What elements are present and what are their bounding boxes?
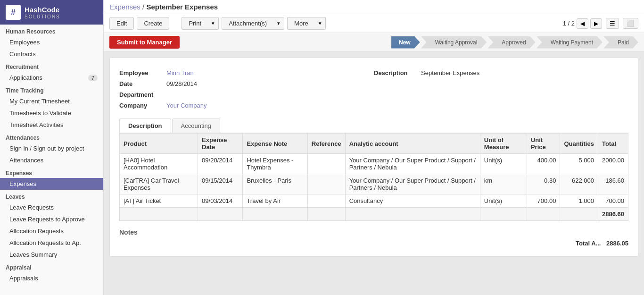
sidebar: # HashCode SOLUTIONS Human ResourcesEmpl… <box>0 0 104 295</box>
breadcrumb: Expenses / September Expenses <box>109 3 218 11</box>
table-cell: 2000.00 <box>598 154 628 174</box>
more-dropdown[interactable]: ▾ <box>315 17 326 30</box>
table-cell: Unit(s) <box>480 194 527 208</box>
top-bar: Expenses / September Expenses <box>104 0 644 14</box>
table-cell <box>307 154 345 174</box>
sidebar-badge: 7 <box>88 75 98 81</box>
table-cell: Your Company / Our Super Product / Suppo… <box>345 154 480 174</box>
logo: # HashCode SOLUTIONS <box>0 0 103 25</box>
workflow-step-approved[interactable]: Approved <box>487 36 535 49</box>
department-label: Department <box>119 91 166 98</box>
sidebar-item-my-current-timesheet[interactable]: My Current Timesheet <box>0 95 103 107</box>
sidebar-item-label: My Current Timesheet <box>9 98 70 105</box>
toolbar-right: 1 / 2 ◀ ▶ ☰ ⬜ <box>563 18 638 29</box>
company-value[interactable]: Your Company <box>166 102 207 109</box>
next-page-button[interactable]: ▶ <box>590 18 602 29</box>
sidebar-section-header: Time Tracking <box>0 84 103 95</box>
sidebar-item-label: Sign in / Sign out by project <box>9 145 84 152</box>
table-cell: km <box>480 174 527 194</box>
sidebar-item-label: Attendances <box>9 157 43 164</box>
sidebar-item-leaves-summary[interactable]: Leaves Summary <box>0 249 103 261</box>
sidebar-item-expenses[interactable]: Expenses <box>0 178 103 190</box>
sidebar-section-header: Recruitment <box>0 60 103 72</box>
edit-button[interactable]: Edit <box>109 17 134 30</box>
table-cell: 1.000 <box>560 194 598 208</box>
workflow-step-new[interactable]: New <box>391 36 420 49</box>
sidebar-section-header: Attendances <box>0 131 103 143</box>
table-cell: 700.00 <box>598 194 628 208</box>
attachments-dropdown[interactable]: ▾ <box>273 17 284 30</box>
sidebar-item-contracts[interactable]: Contracts <box>0 48 103 60</box>
company-label: Company <box>119 102 166 109</box>
logo-name: HashCode <box>25 6 60 14</box>
sidebar-item-appraisals[interactable]: Appraisals <box>0 272 103 284</box>
sidebar-item-timesheet-activities[interactable]: Timesheet Activities <box>0 119 103 131</box>
sidebar-item-label: Contracts <box>9 51 36 58</box>
sidebar-item-employees[interactable]: Employees <box>0 36 103 48</box>
sidebar-item-timesheets-to-validate[interactable]: Timesheets to Validate <box>0 107 103 119</box>
workflow-step-waiting-payment[interactable]: Waiting Payment <box>537 36 603 49</box>
sidebar-section-header: Expenses <box>0 166 103 178</box>
create-button[interactable]: Create <box>137 17 169 30</box>
table-header: Expense Date <box>198 134 243 154</box>
sidebar-item-applications[interactable]: Applications7 <box>0 72 103 84</box>
prev-page-button[interactable]: ◀ <box>577 18 588 29</box>
description-row: Description September Expenses <box>374 67 628 78</box>
form-fields: Employee Minh Tran Date 09/28/2014 Depar… <box>119 67 628 111</box>
sidebar-item-label: Allocation Requests <box>9 228 64 235</box>
table-cell: 186.60 <box>598 174 628 194</box>
breadcrumb-parent[interactable]: Expenses <box>109 3 140 11</box>
table-cell: 700.00 <box>527 194 560 208</box>
logo-sub: SOLUTIONS <box>25 14 60 19</box>
sidebar-item-label: Employees <box>9 39 40 46</box>
sidebar-item-allocation-requests[interactable]: Allocation Requests <box>0 225 103 237</box>
date-row: Date 09/28/2014 <box>119 78 374 89</box>
total-label: Total A... <box>576 240 601 247</box>
sidebar-item-label: Timesheet Activities <box>9 121 63 128</box>
expense-card: Employee Minh Tran Date 09/28/2014 Depar… <box>109 58 638 257</box>
table-cell: Travel by Air <box>243 194 307 208</box>
list-view-button[interactable]: ☰ <box>606 18 619 29</box>
sidebar-item-label: Timesheets to Validate <box>9 110 71 117</box>
sidebar-item-label: Leave Requests <box>9 204 54 211</box>
table-header: Product <box>120 134 198 154</box>
attachments-group: Attachment(s) ▾ <box>222 17 284 30</box>
sidebar-item-label: Applications <box>9 74 42 81</box>
print-group: Print ▾ <box>182 17 219 30</box>
attachments-button[interactable]: Attachment(s) <box>222 17 273 30</box>
sidebar-item-sign-in--sign-out-by-project[interactable]: Sign in / Sign out by project <box>0 143 103 154</box>
print-button[interactable]: Print <box>182 17 208 30</box>
tab-accounting[interactable]: Accounting <box>172 118 220 133</box>
description-value: September Expenses <box>421 69 479 76</box>
tab-description[interactable]: Description <box>119 118 171 133</box>
sidebar-item-label: Leaves Summary <box>9 251 57 258</box>
sidebar-item-leave-requests-to-approve[interactable]: Leave Requests to Approve <box>0 213 103 225</box>
breadcrumb-sep: / <box>142 3 144 11</box>
table-header: Unit of Measure <box>480 134 527 154</box>
sidebar-item-label: Allocation Requests to Ap. <box>9 239 81 246</box>
table-row: [CarTRA] Car Travel Expenses09/15/2014Br… <box>120 174 628 194</box>
table-cell: 400.00 <box>527 154 560 174</box>
workflow-step-waiting-approval[interactable]: Waiting Approval <box>421 36 487 49</box>
more-button[interactable]: More <box>287 17 315 30</box>
sidebar-section-header: Human Resources <box>0 25 103 36</box>
employee-value[interactable]: Minh Tran <box>166 69 194 76</box>
submit-to-manager-button[interactable]: Submit to Manager <box>109 36 180 49</box>
sidebar-item-leave-requests[interactable]: Leave Requests <box>0 202 103 213</box>
table-cell: 09/20/2014 <box>198 154 243 174</box>
sidebar-item-allocation-requests-to-ap[interactable]: Allocation Requests to Ap. <box>0 237 103 249</box>
table-cell: Hotel Expenses - Thymbra <box>243 154 307 174</box>
subtotal-cell <box>120 208 198 221</box>
workflow-step-paid[interactable]: Paid <box>603 36 638 49</box>
subtotal-cell <box>345 208 480 221</box>
table-cell: [AT] Air Ticket <box>120 194 198 208</box>
table-cell <box>307 194 345 208</box>
table-header: Total <box>598 134 628 154</box>
main-content: Expenses / September Expenses Edit Creat… <box>104 0 644 295</box>
table-cell: 0.30 <box>527 174 560 194</box>
form-view-button[interactable]: ⬜ <box>623 18 638 29</box>
print-dropdown[interactable]: ▾ <box>208 17 219 30</box>
sidebar-item-attendances[interactable]: Attendances <box>0 154 103 166</box>
table-cell: [CarTRA] Car Travel Expenses <box>120 174 198 194</box>
subtotal-cell <box>198 208 243 221</box>
